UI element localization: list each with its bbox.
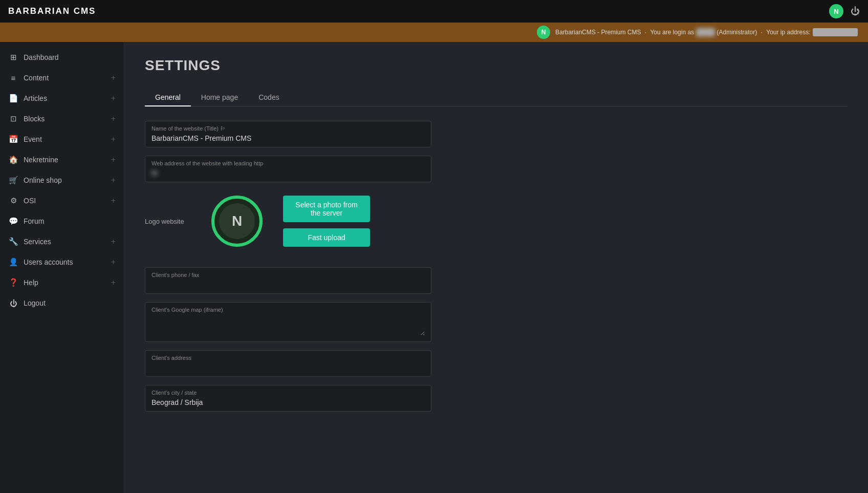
- cms-name: BarbarianCMS - Premium CMS: [555, 29, 641, 36]
- expand-icon: +: [111, 176, 116, 185]
- subtopbar-avatar: N: [537, 26, 550, 39]
- sidebar-item-label: Logout: [24, 299, 116, 307]
- ip-separator: ·: [759, 29, 764, 36]
- phone-group: Client's phone / fax: [145, 267, 848, 294]
- sidebar-item-services[interactable]: 🔧 Services +: [0, 231, 124, 252]
- sidebar-item-label: Content: [24, 74, 106, 82]
- main-layout: ⊞ Dashboard ≡ Content + 📄 Articles + ⊡ B…: [0, 42, 868, 493]
- website-title-input[interactable]: [151, 134, 425, 142]
- osi-icon: ⚙: [8, 196, 18, 206]
- google-map-field: Client's Google map (iframe): [145, 302, 431, 342]
- city-input[interactable]: [151, 398, 425, 406]
- expand-icon: +: [111, 94, 116, 103]
- sidebar-item-forum[interactable]: 💬 Forum: [0, 211, 124, 231]
- ip-label: Your ip address:: [766, 29, 810, 36]
- sidebar-item-content[interactable]: ≡ Content +: [0, 68, 124, 88]
- sidebar-item-label: Event: [24, 135, 106, 143]
- website-title-group: Name of the website (Title) 🏳: [145, 121, 848, 147]
- user-avatar-icon[interactable]: N: [829, 4, 843, 18]
- expand-icon: +: [111, 278, 116, 287]
- blocks-icon: ⊡: [8, 114, 18, 124]
- sidebar: ⊞ Dashboard ≡ Content + 📄 Articles + ⊡ B…: [0, 42, 124, 493]
- sidebar-item-label: Articles: [24, 94, 106, 102]
- sidebar-item-label: Help: [24, 278, 106, 287]
- tabs-container: General Home page Codes: [145, 89, 848, 106]
- website-title-field: Name of the website (Title) 🏳: [145, 121, 431, 147]
- sidebar-item-event[interactable]: 📅 Event +: [0, 129, 124, 149]
- articles-icon: 📄: [8, 93, 18, 103]
- tab-codes[interactable]: Codes: [248, 89, 289, 106]
- logo-circle-outer: N: [211, 196, 263, 247]
- username-blurred: [696, 28, 714, 36]
- expand-icon: +: [111, 258, 116, 267]
- sidebar-item-label: Online shop: [24, 176, 106, 184]
- sidebar-item-help[interactable]: ❓ Help +: [0, 272, 124, 293]
- logo-circle-inner: N: [219, 203, 255, 239]
- sidebar-item-label: OSI: [24, 197, 106, 205]
- sidebar-item-dashboard[interactable]: ⊞ Dashboard: [0, 47, 124, 68]
- address-group: Client's address: [145, 350, 848, 377]
- online-shop-icon: 🛒: [8, 175, 18, 185]
- sidebar-item-blocks[interactable]: ⊡ Blocks +: [0, 109, 124, 129]
- logo-section: Logo website N Select a photo from the s…: [145, 190, 848, 252]
- web-address-label: Web address of the website with leading …: [151, 160, 425, 166]
- sidebar-item-label: Services: [24, 238, 106, 246]
- login-separator: ·: [643, 29, 648, 36]
- city-label: Client's city / state: [151, 390, 425, 396]
- sidebar-item-online-shop[interactable]: 🛒 Online shop +: [0, 170, 124, 190]
- city-field: Client's city / state: [145, 385, 431, 412]
- expand-icon: +: [111, 155, 116, 164]
- power-icon[interactable]: ⏻: [851, 6, 860, 17]
- phone-field: Client's phone / fax: [145, 267, 431, 294]
- web-address-input[interactable]: [151, 169, 425, 177]
- users-icon: 👤: [8, 257, 18, 267]
- tab-general[interactable]: General: [145, 89, 191, 106]
- sidebar-item-users-accounts[interactable]: 👤 Users accounts +: [0, 252, 124, 272]
- dashboard-icon: ⊞: [8, 52, 18, 62]
- web-address-field: Web address of the website with leading …: [145, 156, 431, 182]
- event-icon: 📅: [8, 134, 18, 144]
- web-address-group: Web address of the website with leading …: [145, 156, 848, 182]
- forum-icon: 💬: [8, 216, 18, 226]
- select-photo-button[interactable]: Select a photo from the server: [283, 196, 370, 222]
- sidebar-item-label: Nekretnine: [24, 156, 106, 164]
- city-group: Client's city / state: [145, 385, 848, 412]
- sidebar-item-label: Dashboard: [24, 53, 116, 61]
- app-logo: BARBARIAN CMS: [8, 6, 96, 16]
- nekretnine-icon: 🏠: [8, 155, 18, 165]
- content-area: Settings General Home page Codes Name of…: [124, 42, 868, 493]
- sidebar-item-label: Forum: [24, 217, 116, 225]
- sidebar-item-nekretnine[interactable]: 🏠 Nekretnine +: [0, 149, 124, 170]
- page-title: Settings: [145, 57, 848, 74]
- login-text: You are login as: [650, 29, 694, 36]
- expand-icon: +: [111, 73, 116, 82]
- website-title-label: Name of the website (Title) 🏳: [151, 125, 425, 132]
- address-field: Client's address: [145, 350, 431, 377]
- topbar: BARBARIAN CMS N ⏻: [0, 0, 868, 23]
- fast-upload-button[interactable]: Fast upload: [283, 228, 370, 247]
- sidebar-item-label: Users accounts: [24, 258, 106, 266]
- tab-homepage[interactable]: Home page: [191, 89, 248, 106]
- expand-icon: +: [111, 114, 116, 123]
- content-icon: ≡: [8, 73, 18, 83]
- logo-label: Logo website: [145, 218, 191, 225]
- services-icon: 🔧: [8, 237, 18, 247]
- google-map-label: Client's Google map (iframe): [151, 307, 425, 313]
- address-input[interactable]: [151, 363, 425, 372]
- sidebar-item-label: Blocks: [24, 115, 106, 123]
- ip-value: 192.168.1.100: [813, 28, 858, 36]
- phone-label: Client's phone / fax: [151, 272, 425, 278]
- sidebar-item-logout[interactable]: ⏻ Logout: [0, 293, 124, 313]
- logo-preview: N: [211, 196, 263, 247]
- phone-input[interactable]: [151, 281, 425, 289]
- help-icon: ❓: [8, 277, 18, 288]
- expand-icon: +: [111, 237, 116, 246]
- logout-icon: ⏻: [8, 298, 18, 308]
- topbar-actions: N ⏻: [829, 4, 860, 18]
- subtopbar: N BarbarianCMS - Premium CMS · You are l…: [0, 23, 868, 42]
- sidebar-item-osi[interactable]: ⚙ OSI +: [0, 190, 124, 211]
- sidebar-item-articles[interactable]: 📄 Articles +: [0, 88, 124, 109]
- google-map-input[interactable]: [151, 315, 425, 335]
- logo-buttons: Select a photo from the server Fast uplo…: [283, 196, 370, 247]
- expand-icon: +: [111, 135, 116, 144]
